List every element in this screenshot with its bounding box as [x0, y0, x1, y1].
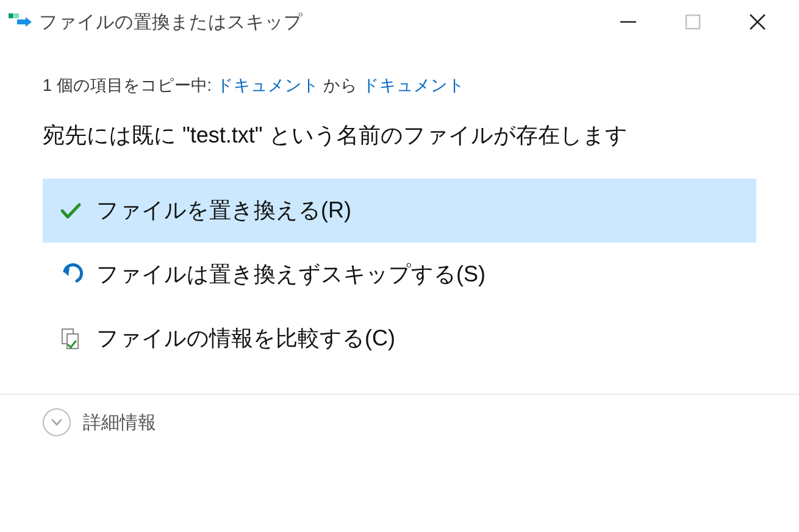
conflict-message: 宛先には既に "test.txt" という名前のファイルが存在します — [43, 121, 756, 151]
minimize-button[interactable] — [614, 8, 642, 36]
svg-rect-0 — [9, 13, 13, 18]
copy-source-link[interactable]: ドキュメント — [217, 76, 319, 94]
copy-destination-link[interactable]: ドキュメント — [362, 76, 465, 94]
compare-label: ファイルの情報を比較する(C) — [96, 324, 395, 353]
details-toggle[interactable]: 詳細情報 — [0, 395, 799, 450]
titlebar: ファイルの置換またはスキップ — [0, 0, 799, 44]
compare-option[interactable]: ファイルの情報を比較する(C) — [43, 307, 756, 371]
skip-option[interactable]: ファイルは置き換えずスキップする(S) — [43, 243, 756, 307]
svg-rect-1 — [14, 13, 19, 18]
options-list: ファイルを置き換える(R) ファイルは置き換えずスキップする(S) ファイルの情… — [43, 179, 756, 371]
maximize-button[interactable] — [679, 8, 707, 36]
copy-status-line: 1 個の項目をコピー中: ドキュメント から ドキュメント — [43, 74, 756, 96]
app-copy-icon — [9, 12, 33, 32]
window-controls — [614, 8, 799, 36]
window-title: ファイルの置換またはスキップ — [39, 10, 614, 35]
copy-middle: から — [319, 76, 362, 94]
replace-label: ファイルを置き換える(R) — [96, 196, 351, 225]
chevron-down-icon — [43, 408, 71, 436]
check-icon — [59, 199, 83, 223]
details-label: 詳細情報 — [83, 410, 156, 435]
svg-rect-3 — [686, 15, 700, 29]
compare-files-icon — [59, 327, 83, 351]
replace-option[interactable]: ファイルを置き換える(R) — [43, 179, 756, 243]
copy-prefix: 1 個の項目をコピー中: — [43, 76, 217, 94]
dialog-content: 1 個の項目をコピー中: ドキュメント から ドキュメント 宛先には既に "te… — [0, 44, 799, 371]
skip-label: ファイルは置き換えずスキップする(S) — [96, 260, 485, 289]
close-button[interactable] — [743, 8, 772, 36]
undo-icon — [59, 263, 83, 287]
